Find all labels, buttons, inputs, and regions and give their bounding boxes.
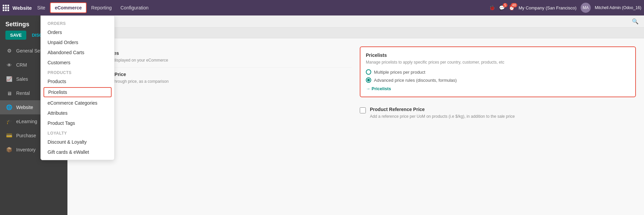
pricelists-card: Pricelists Manage pricelists to apply sp… xyxy=(360,46,636,97)
sales-icon: 📈 xyxy=(5,75,13,83)
nav-ecommerce[interactable]: eCommerce xyxy=(50,2,86,13)
bug-icon: 🐞 xyxy=(489,5,495,10)
nav-site[interactable]: Site xyxy=(33,3,49,12)
dropdown-ecommerce-categories[interactable]: eCommerce Categories xyxy=(41,98,114,108)
radio-multiple-prices-dot xyxy=(366,69,371,75)
elearning-icon: 🎓 xyxy=(5,118,13,125)
sidebar-item-label: eLearning xyxy=(16,119,37,124)
radio-multiple-prices-label: Multiple prices per product xyxy=(374,70,425,75)
general-settings-icon: ⚙ xyxy=(5,47,13,55)
right-features: Pricelists Manage pricelists to apply sp… xyxy=(360,46,636,123)
radio-multiple-prices[interactable]: Multiple prices per product xyxy=(366,69,630,75)
sidebar-item-label: Website xyxy=(16,105,33,110)
search-icon[interactable]: 🔍 xyxy=(632,18,639,25)
ecommerce-dropdown: Orders Orders Unpaid Orders Abandoned Ca… xyxy=(40,15,115,160)
search-input[interactable] xyxy=(73,19,629,24)
main-content: 🔍 Pricing ✓ Product Prices Manage prices… xyxy=(67,15,644,215)
user-label: Mitchell Admin (Odoo_16) xyxy=(595,5,641,10)
dropdown-products-label: Products xyxy=(41,68,114,76)
crm-icon: 👁 xyxy=(5,61,13,69)
product-reference-title: Product Reference Price xyxy=(370,107,515,112)
chat-button[interactable]: 💬 5 xyxy=(499,5,505,10)
feature-comparison-price: Comparison Price Display a strikethrough… xyxy=(76,68,352,88)
dropdown-unpaid-orders[interactable]: Unpaid Orders xyxy=(41,37,114,47)
pricelists-link[interactable]: → Pricelists xyxy=(366,86,630,91)
pricelists-radio-group: Multiple prices per product Advanced pri… xyxy=(366,69,630,83)
product-reference-desc: Add a reference price per UoM on product… xyxy=(370,113,515,119)
product-reference-content: Product Reference Price Add a reference … xyxy=(370,107,515,119)
clock-button[interactable]: ⏰ 48 xyxy=(509,5,515,10)
bug-button[interactable]: 🐞 xyxy=(489,5,495,10)
brand[interactable]: Website xyxy=(3,5,32,11)
save-button[interactable]: SAVE xyxy=(5,31,26,40)
dropdown-product-tags[interactable]: Product Tags xyxy=(41,118,114,128)
feature-product-reference: Product Reference Price Add a reference … xyxy=(360,103,636,123)
rental-icon: 🖥 xyxy=(5,89,13,97)
dropdown-products[interactable]: Products xyxy=(41,76,114,86)
product-reference-checkbox[interactable] xyxy=(360,107,366,113)
navbar: Website Site eCommerce Reporting Configu… xyxy=(0,0,644,15)
pricelists-title: Pricelists xyxy=(366,52,630,58)
section-header: Pricing xyxy=(67,28,644,38)
sidebar-item-label: Purchase xyxy=(16,133,36,138)
nav-items: Site eCommerce Reporting Configuration xyxy=(33,2,152,13)
radio-advanced-price-label: Advanced price rules (discounts, formula… xyxy=(374,78,457,83)
pricelists-desc: Manage pricelists to apply specific pric… xyxy=(366,59,630,65)
dropdown-customers[interactable]: Customers xyxy=(41,58,114,68)
dropdown-gift-cards[interactable]: Gift cards & eWallet xyxy=(41,147,114,157)
radio-advanced-price-dot xyxy=(366,77,371,83)
inventory-icon: 📦 xyxy=(5,146,13,153)
dropdown-attributes[interactable]: Attributes xyxy=(41,108,114,118)
chat-badge: 5 xyxy=(503,3,507,7)
dropdown-loyalty-label: Loyalty xyxy=(41,128,114,137)
nav-configuration[interactable]: Configuration xyxy=(116,3,152,12)
sidebar-item-label: Sales xyxy=(16,76,28,82)
sidebar-item-label: CRM xyxy=(16,62,27,68)
website-icon: 🌐 xyxy=(5,104,13,111)
radio-advanced-price[interactable]: Advanced price rules (discounts, formula… xyxy=(366,77,630,83)
brand-label: Website xyxy=(12,5,32,11)
purchase-icon: 💳 xyxy=(5,132,13,139)
feature-product-prices: ✓ Product Prices Manage prices displayed… xyxy=(76,46,352,68)
arrow-icon: → xyxy=(366,86,370,91)
sidebar-item-label: Rental xyxy=(16,91,30,96)
dropdown-discount-loyalty[interactable]: Discount & Loyalty xyxy=(41,137,114,147)
pricelists-link-label: Pricelists xyxy=(372,86,391,91)
apps-icon[interactable] xyxy=(3,5,9,11)
nav-reporting[interactable]: Reporting xyxy=(87,3,116,12)
search-bar: 🔍 xyxy=(67,15,644,28)
navbar-right: 🐞 💬 5 ⏰ 48 My Company (San Francisco) MA… xyxy=(489,3,641,13)
content-area: ✓ Product Prices Manage prices displayed… xyxy=(67,38,644,132)
sidebar-item-label: Inventory xyxy=(16,147,36,152)
dropdown-orders-label: Orders xyxy=(41,19,114,27)
dropdown-orders[interactable]: Orders xyxy=(41,27,114,37)
avatar[interactable]: MA xyxy=(581,3,591,13)
dropdown-abandoned-carts[interactable]: Abandoned Carts xyxy=(41,47,114,58)
company-label: My Company (San Francisco) xyxy=(519,5,577,10)
dropdown-pricelists[interactable]: Pricelists xyxy=(43,87,112,97)
left-features: ✓ Product Prices Manage prices displayed… xyxy=(76,46,352,123)
clock-badge: 48 xyxy=(511,3,517,7)
